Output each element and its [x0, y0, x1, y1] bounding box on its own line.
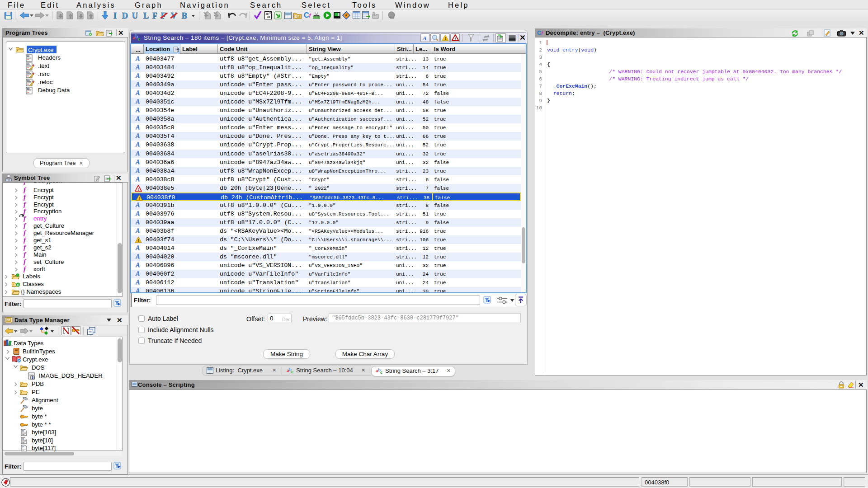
svg-text:A: A: [422, 35, 427, 42]
svg-text:!: !: [455, 37, 456, 41]
svg-text:!: !: [137, 238, 139, 243]
svg-text:C: C: [17, 283, 19, 287]
svg-text:!: !: [138, 187, 139, 192]
svg-text:01: 01: [267, 16, 271, 19]
svg-text:c: c: [291, 369, 293, 374]
svg-text:S: S: [32, 375, 34, 380]
svg-text:DT: DT: [295, 15, 299, 18]
svg-text:!: !: [444, 36, 446, 41]
svg-text:c: c: [138, 36, 141, 42]
svg-text:!: !: [138, 196, 140, 201]
svg-text:c: c: [380, 369, 382, 375]
svg-text:10: 10: [265, 13, 269, 16]
svg-text:DT: DT: [6, 319, 10, 322]
